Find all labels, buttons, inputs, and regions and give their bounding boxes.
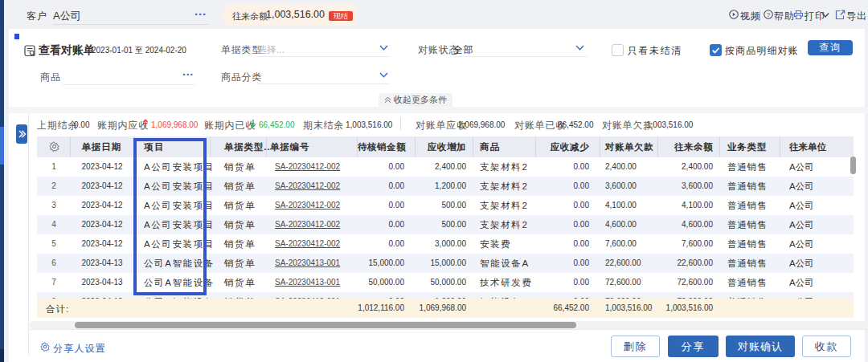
svg-text:?: ? xyxy=(767,11,771,18)
